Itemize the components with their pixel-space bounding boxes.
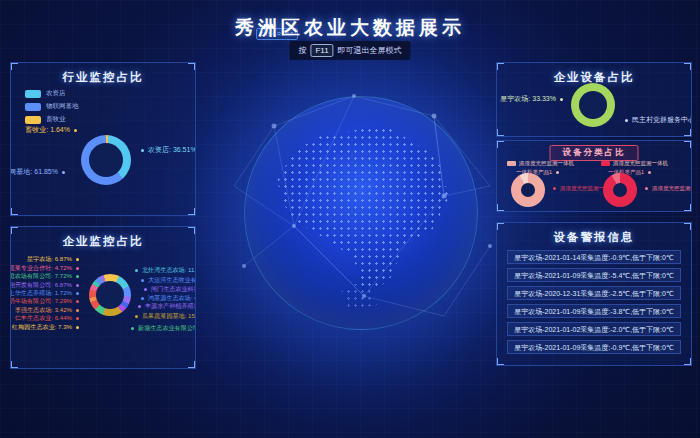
fullscreen-hint: 按 F11 即可退出全屏模式 <box>289 41 410 60</box>
slice-label: 物联网基地: 61.85% <box>10 167 65 177</box>
slice-label: 仁丰生态农业: 6.44% <box>15 314 79 323</box>
device-category-panel: 设备分类占比 温湿度光照监测一体机 一体机类产品1 温湿度光照监测一 温湿度光照… <box>496 140 692 212</box>
slice-label: 大运河生态牧业有限责任公 <box>141 276 196 285</box>
corner-decoration <box>10 208 18 216</box>
slice-label: 丰源水产种植养殖场: 1. <box>138 302 196 311</box>
page-title: 秀洲区农业大数据展示 <box>0 15 700 41</box>
slice-label: 家庭农场有限公司: 7.72% <box>10 272 79 281</box>
f11-key-badge: F11 <box>310 44 333 57</box>
corner-decoration <box>496 140 504 148</box>
legend-item[interactable]: 畜牧业 <box>25 115 79 124</box>
corner-decoration <box>496 129 504 137</box>
industry-donut-chart[interactable] <box>81 135 131 185</box>
alarm-row[interactable]: 星宇农场-2021-01-09采集温度:-5.4℃,低于下限:0℃ <box>507 268 681 282</box>
corner-decoration <box>684 129 692 137</box>
category-donut-left[interactable] <box>511 173 545 207</box>
legend-label: 温湿度光照监测一体机 <box>613 160 668 167</box>
corner-decoration <box>188 361 196 369</box>
category-donut-right[interactable] <box>603 173 637 207</box>
legend-swatch <box>25 116 41 124</box>
slice-label: 农资店: 36.51% <box>141 145 196 155</box>
legend-label: 农资店 <box>46 89 66 98</box>
industry-monitor-panel: 行业监控占比 农资店 物联网基地 畜牧业 畜牧业: 1.64% 农资店: 36.… <box>10 62 196 216</box>
slice-label: 星宇农场: 33.33% <box>500 94 563 104</box>
slice-label: 温湿度光照监测一 <box>645 185 692 192</box>
panel-title: 企业监控占比 <box>11 227 195 249</box>
enterprise-donut-chart[interactable] <box>89 274 131 316</box>
slice-label: 中奶牛场有限公司: 7.29% <box>10 297 79 306</box>
legend-swatch <box>25 103 41 111</box>
alarm-row[interactable]: 星宇农场-2020-12-31采集温度:-2.5℃,低于下限:0℃ <box>507 286 681 300</box>
corner-decoration <box>684 204 692 212</box>
corner-decoration <box>684 62 692 70</box>
corner-decoration <box>496 62 504 70</box>
slice-label: 新塘生态农业有限公司: 6.879 <box>131 324 196 333</box>
legend-item[interactable]: 农资店 <box>25 89 79 98</box>
legend-swatch <box>507 161 516 166</box>
panel-title: 设备分类占比 <box>550 145 639 161</box>
slice-label: 民主村党群服务中心 <box>625 115 692 125</box>
corner-decoration <box>188 226 196 234</box>
enterprise-monitor-panel: 企业监控占比 星宇农场: 6.87% 红旗蔬菜专业合作社: 4.72% 家庭农场… <box>10 226 196 369</box>
legend-swatch <box>601 161 610 166</box>
slice-label: 红梅园生态农业: 7.3% <box>12 323 79 332</box>
corner-decoration <box>684 140 692 148</box>
legend-label: 温湿度光照监测一体机 <box>519 160 574 167</box>
corner-decoration <box>10 226 18 234</box>
corner-decoration <box>684 358 692 366</box>
corner-decoration <box>496 204 504 212</box>
hint-suffix: 即可退出全屏模式 <box>338 45 402 56</box>
panel-title: 行业监控占比 <box>11 63 195 85</box>
slice-label: 北灶湾生态农场: 11.16% <box>135 266 196 275</box>
legend-item[interactable]: 温湿度光照监测一体机 <box>601 160 668 167</box>
corner-decoration <box>496 222 504 230</box>
alarm-list: 星宇农场-2021-01-14采集温度:-0.9℃,低于下限:0℃ 星宇农场-2… <box>497 250 691 354</box>
hint-prefix: 按 <box>298 45 306 56</box>
corner-decoration <box>188 62 196 70</box>
corner-decoration <box>10 62 18 70</box>
legend-swatch <box>25 90 41 98</box>
slice-label: 闸门生态农业科技有限公 <box>144 285 196 294</box>
device-donut-chart[interactable] <box>571 83 615 127</box>
legend-item[interactable]: 温湿度光照监测一体机 <box>507 160 574 167</box>
alarm-row[interactable]: 星宇农场-2021-01-02采集温度:-2.0℃,低于下限:0℃ <box>507 322 681 336</box>
corner-decoration <box>188 208 196 216</box>
legend-label: 畜牧业 <box>46 115 66 124</box>
legend-label: 物联网基地 <box>46 102 79 111</box>
slice-label: 温湿度光照监测一 <box>553 185 604 192</box>
globe-graphic <box>244 96 478 330</box>
corner-decoration <box>496 358 504 366</box>
device-alarm-panel: 设备警报信息 星宇农场-2021-01-14采集温度:-0.9℃,低于下限:0℃… <box>496 222 692 366</box>
alarm-row[interactable]: 星宇农场-2021-01-14采集温度:-0.9℃,低于下限:0℃ <box>507 250 681 264</box>
panel-title: 设备警报信息 <box>497 223 691 245</box>
corner-decoration <box>10 361 18 369</box>
alarm-row[interactable]: 星宇农场-2021-01-09采集温度:-3.8℃,低于下限:0℃ <box>507 304 681 318</box>
alarm-row[interactable]: 星宇农场-2021-01-09采集温度:-0.9℃,低于下限:0℃ <box>507 340 681 354</box>
slice-label: 瓜果蔬菜园基地: 15.02% <box>135 312 196 321</box>
dashboard: TASGREAT 秀洲区农业大数据展示 按 F11 即可退出全屏模式 行业监控占… <box>0 0 700 438</box>
corner-decoration <box>684 222 692 230</box>
panel-title: 企业设备占比 <box>497 63 691 85</box>
device-share-panel: 企业设备占比 星宇农场: 33.33% 民主村党群服务中心 <box>496 62 692 137</box>
slice-label: 星宇农场: 6.87% <box>27 255 79 264</box>
legend-item[interactable]: 物联网基地 <box>25 102 79 111</box>
slice-label: 畜牧业: 1.64% <box>25 125 77 135</box>
